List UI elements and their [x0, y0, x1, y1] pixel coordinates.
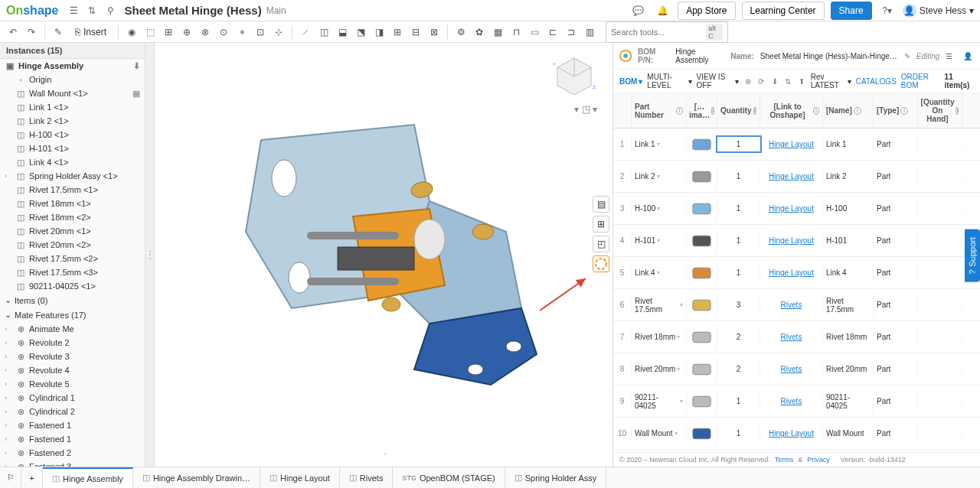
info-icon[interactable]: i	[711, 107, 714, 115]
type-cell[interactable]: Part	[874, 330, 918, 344]
tool-icon[interactable]: ⊕	[178, 24, 195, 41]
info-icon[interactable]: i	[854, 107, 861, 115]
app-store-button[interactable]: App Store	[678, 2, 735, 20]
name-cell[interactable]: Rivet 20mm	[823, 362, 874, 376]
tree-item[interactable]: ◫90211-04025 <1>	[0, 279, 145, 293]
qoh-cell[interactable]	[918, 270, 962, 276]
mates-section[interactable]: ⌄ Mate Features (17)	[0, 307, 145, 322]
onshape-logo[interactable]: Onshape	[6, 4, 58, 18]
name-cell[interactable]: Wall Mount	[823, 426, 874, 441]
tool-icon[interactable]: ◫	[315, 24, 332, 41]
terms-link[interactable]: Terms	[775, 456, 794, 464]
tree-item[interactable]: ›◫Spring Holder Assy <1>	[0, 169, 145, 183]
tree-item[interactable]: ◫H-101 <1>	[0, 142, 145, 155]
insert-button[interactable]: ⎘Insert	[68, 24, 113, 41]
redo-icon[interactable]: ↷	[23, 24, 40, 41]
quantity-cell[interactable]: 2	[717, 362, 760, 376]
grid-icon[interactable]: ▦	[132, 89, 140, 99]
tool-icon[interactable]: ⊓	[508, 24, 524, 41]
view-dropdown[interactable]: VIEW IS OFF ▾	[697, 73, 740, 89]
table-row[interactable]: 4H-101▾1Hinge LayoutH-101Part	[613, 225, 980, 257]
tab-rivets[interactable]: ◫Rivets	[340, 467, 394, 488]
name-cell[interactable]: Link 4	[823, 265, 874, 280]
undo-icon[interactable]: ↶	[5, 24, 21, 41]
tree-item[interactable]: ◫Link 4 <1>	[0, 155, 145, 169]
table-row[interactable]: 2Link 2▾1Hinge LayoutLink 2Part	[613, 161, 980, 193]
tool-icon[interactable]: ⬚	[142, 24, 158, 41]
link-cell[interactable]: Rivets	[760, 394, 823, 408]
tool-icon[interactable]: ✿	[471, 24, 488, 41]
tab-openbom-stage-[interactable]: sᴛɢOpenBOM (STAGE)	[393, 467, 505, 488]
tab-hinge-assembly[interactable]: ◫Hinge Assembly	[43, 467, 133, 488]
qoh-cell[interactable]	[918, 174, 962, 180]
type-cell[interactable]: Part	[874, 137, 918, 151]
tree-item[interactable]: ◫Wall Mount <1>▦	[0, 86, 145, 100]
tree-toggle-icon[interactable]: ⇅	[84, 3, 100, 18]
table-row[interactable]: 6Rivet 17.5mm▾3RivetsRivet 17.5mmPart	[613, 289, 980, 321]
tool-icon[interactable]: ▭	[526, 24, 543, 41]
type-cell[interactable]: Part	[874, 265, 918, 280]
panel-resize-handle[interactable]: ⋮	[145, 43, 155, 467]
quantity-cell[interactable]: 1	[717, 394, 760, 408]
name-cell[interactable]: Rivet 18mm	[823, 330, 874, 344]
bom-dropdown[interactable]: BOM ▾	[619, 77, 642, 86]
user-menu[interactable]: 👤 Steve Hess ▾	[903, 4, 974, 18]
tool-icon[interactable]: ⚙	[452, 24, 469, 41]
quantity-cell[interactable]: 1	[717, 265, 760, 280]
sketch-icon[interactable]: ✎	[50, 24, 67, 41]
link-cell[interactable]: Hinge Layout	[760, 137, 823, 151]
quantity-cell[interactable]: 1	[717, 137, 760, 151]
name-cell[interactable]: H-101	[823, 233, 874, 248]
part-number-cell[interactable]: Rivet 18mm▾	[632, 330, 687, 344]
qoh-cell[interactable]	[918, 366, 962, 373]
help-icon[interactable]: ?▾	[880, 3, 895, 18]
tool-icon[interactable]: ⊟	[407, 24, 424, 41]
table-row[interactable]: 8Rivet 20mm▾2RivetsRivet 20mmPart	[613, 353, 980, 386]
side-tool-icon[interactable]: ◰	[593, 236, 609, 252]
tool-icon[interactable]: ▥	[581, 24, 598, 41]
link-cell[interactable]: Hinge Layout	[760, 265, 823, 280]
type-cell[interactable]: Part	[874, 233, 918, 248]
type-cell[interactable]: Part	[874, 298, 918, 312]
mate-item[interactable]: ›⊗Fastened 2	[0, 446, 145, 460]
quantity-cell[interactable]: 1	[717, 201, 760, 216]
part-number-cell[interactable]: H-101▾	[632, 233, 687, 248]
tool-icon[interactable]: ⬔	[352, 24, 369, 41]
side-tool-icon[interactable]: ⊞	[593, 216, 609, 233]
3d-model[interactable]	[215, 109, 552, 400]
mate-item[interactable]: ›⊗Revolute 5	[0, 377, 145, 391]
tool-icon[interactable]: ⟋	[297, 24, 314, 41]
tool-icon[interactable]: ▦	[489, 24, 506, 41]
rev-dropdown[interactable]: Rev LATEST ▾	[811, 73, 851, 89]
type-cell[interactable]: Part	[874, 394, 918, 408]
3d-viewport[interactable]: Y Z ▾ ◳ ▾ ▤ ⊞ ◰	[155, 43, 612, 467]
link-cell[interactable]: Hinge Layout	[760, 233, 823, 248]
upload-icon[interactable]: ⬆	[797, 76, 806, 86]
table-row[interactable]: 3H-100▾1Hinge LayoutH-100Part	[613, 193, 980, 225]
table-row[interactable]: 7Rivet 18mm▾2RivetsRivet 18mmPart	[613, 321, 980, 353]
quantity-cell[interactable]: 1	[717, 169, 760, 184]
qoh-cell[interactable]	[918, 142, 962, 148]
quantity-cell[interactable]: 1	[717, 426, 760, 441]
tree-root[interactable]: ▣ Hinge Assembly ⬇	[0, 59, 145, 73]
download-icon[interactable]: ⬇	[133, 61, 140, 71]
type-cell[interactable]: Part	[874, 426, 918, 441]
tool-icon[interactable]: ⊹	[270, 24, 287, 41]
info-icon[interactable]: i	[900, 107, 908, 115]
info-icon[interactable]: i	[956, 107, 959, 115]
tree-item[interactable]: ◫Rivet 17.5mm <2>	[0, 252, 145, 265]
qoh-cell[interactable]	[918, 302, 962, 308]
view-cube[interactable]: Y Z	[551, 52, 597, 98]
tool-icon[interactable]: ⌖	[234, 24, 250, 41]
openbom-icon[interactable]	[593, 255, 609, 272]
table-row[interactable]: 990211-04025▾1Rivets90211-04025Part	[613, 386, 980, 418]
branch-label[interactable]: Main	[266, 5, 286, 16]
part-number-cell[interactable]: 90211-04025▾	[632, 390, 687, 413]
part-number-cell[interactable]: Rivet 17.5mm▾	[632, 294, 687, 317]
tree-item[interactable]: ◫Rivet 18mm <2>	[0, 210, 145, 224]
tab-spring-holder-assy[interactable]: ◫Spring Holder Assy	[505, 467, 607, 488]
part-number-cell[interactable]: Wall Mount▾	[632, 426, 687, 441]
quantity-cell[interactable]: 1	[717, 233, 760, 248]
tree-item[interactable]: ◫Rivet 18mm <1>	[0, 197, 145, 210]
info-icon[interactable]: i	[753, 107, 756, 115]
